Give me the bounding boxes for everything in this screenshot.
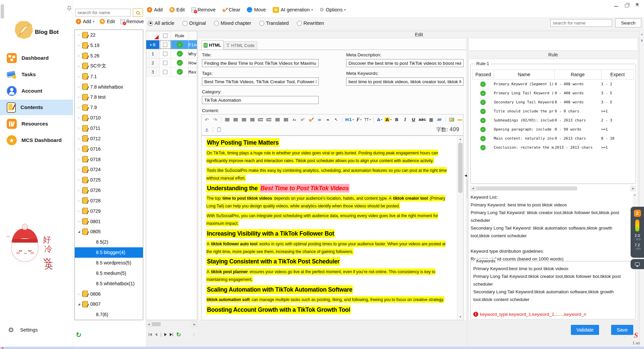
keywords-text[interactable]: Primary Keyword:best time to post tiktok… bbox=[473, 265, 634, 303]
expander-icon[interactable]: ▷ bbox=[77, 54, 81, 57]
options-button[interactable]: ⚙ Options ▾ bbox=[320, 7, 346, 13]
expander-icon[interactable]: ▷ bbox=[77, 106, 81, 109]
rule-row[interactable]: ✓Secondary Long Tail Keyword (...0 - 408… bbox=[472, 98, 634, 107]
tree-item[interactable]: ▷7.1 bbox=[75, 71, 143, 82]
rule-collapse-icon[interactable]: » bbox=[636, 1, 638, 6]
next-page-button[interactable] bbox=[164, 333, 167, 336]
row-checkbox-cell[interactable] bbox=[160, 40, 171, 49]
filter-radio-rewritten[interactable]: Rewritten bbox=[297, 20, 324, 26]
highlight-color-button[interactable]: A▾ bbox=[384, 116, 392, 123]
tree-item[interactable]: 8.5 blogger(4) bbox=[75, 247, 143, 258]
scroll-right-icon[interactable]: ▶ bbox=[631, 186, 636, 191]
expander-icon[interactable]: ▷ bbox=[77, 158, 81, 161]
tree-search-input[interactable] bbox=[75, 9, 131, 16]
tree-item[interactable]: ▷22 bbox=[75, 30, 143, 40]
article-table-hscrollbar[interactable]: ◀ ▶ bbox=[146, 321, 197, 327]
tree-item[interactable]: ▷0725 bbox=[75, 175, 143, 185]
tree-item[interactable]: ▷0712 bbox=[75, 133, 143, 144]
anchor-button[interactable]: ⚓ bbox=[203, 126, 211, 134]
tree-item[interactable]: 8.5(2) bbox=[75, 237, 143, 247]
article-row[interactable]: 1✓Why bbox=[146, 49, 197, 58]
checkbox-icon[interactable] bbox=[163, 52, 167, 56]
tree-item[interactable]: 8.5 wordpress(5) bbox=[75, 258, 143, 268]
expander-icon[interactable]: ▷ bbox=[77, 168, 81, 171]
expander-icon[interactable]: ▷ bbox=[77, 220, 81, 223]
article-row[interactable]: 2✓How bbox=[146, 58, 197, 67]
tree-edit-button[interactable]: ✎ Edit bbox=[100, 19, 115, 24]
tree-search-button[interactable] bbox=[133, 8, 143, 17]
insert-link-button[interactable]: ∞ bbox=[316, 116, 323, 123]
save-button[interactable]: Save bbox=[611, 325, 633, 335]
meta-description-input[interactable] bbox=[346, 59, 464, 67]
meta-keywords-input[interactable] bbox=[346, 78, 464, 86]
expander-icon[interactable]: ▷ bbox=[77, 209, 81, 213]
tree-item[interactable]: ▷0711 bbox=[75, 123, 143, 134]
tree-item[interactable]: ▷0728 bbox=[75, 196, 143, 206]
ime-grip-icon[interactable]: ⋯ bbox=[623, 335, 627, 338]
sidebar-item-dashboard[interactable]: Dashboard bbox=[0, 50, 73, 66]
article-search-input[interactable] bbox=[550, 19, 612, 27]
content-scrollbar[interactable]: ▲ ▼ bbox=[457, 136, 463, 319]
superscript-button[interactable]: x² bbox=[299, 116, 307, 123]
select-all-cell[interactable] bbox=[160, 31, 171, 40]
tree-item[interactable]: ▷7.9 bbox=[75, 102, 143, 113]
scroll-up-icon[interactable]: ▲ bbox=[457, 136, 464, 142]
paste-button[interactable] bbox=[215, 126, 223, 134]
expander-icon[interactable]: ▷ bbox=[77, 127, 81, 130]
tree-item[interactable]: ▷0716 bbox=[75, 144, 143, 154]
tree-item[interactable]: ▷0710 bbox=[75, 113, 143, 123]
tab-html[interactable]: HTML bbox=[201, 40, 223, 50]
remove-link-button[interactable]: ∞ bbox=[324, 116, 332, 123]
bold-button[interactable]: B bbox=[393, 116, 400, 123]
tree-item[interactable]: ▷0724 bbox=[75, 164, 143, 175]
checkbox-icon[interactable] bbox=[163, 34, 167, 38]
article-row[interactable]: ▶0✓Find bbox=[146, 40, 197, 49]
checkbox-icon[interactable] bbox=[163, 61, 167, 65]
caret-down-icon[interactable]: ∨ bbox=[640, 38, 644, 43]
title-input[interactable] bbox=[202, 59, 319, 67]
align-right-button[interactable] bbox=[240, 116, 248, 123]
minimize-icon[interactable] bbox=[614, 6, 618, 7]
scroll-left-icon[interactable]: ◀ bbox=[146, 321, 151, 327]
tree-refresh-icon[interactable]: ↻ bbox=[76, 331, 82, 339]
expander-icon[interactable]: ▷ bbox=[77, 64, 81, 68]
row-checkbox-cell[interactable] bbox=[160, 67, 171, 76]
outdent-button[interactable] bbox=[282, 116, 290, 123]
expander-icon[interactable]: ▷ bbox=[77, 189, 81, 192]
tree-item[interactable]: ▷0726 bbox=[75, 185, 143, 196]
tree-item[interactable]: ◢0805 bbox=[75, 227, 143, 237]
expander-icon[interactable]: ▷ bbox=[77, 116, 81, 119]
heading-button[interactable]: H1▾ bbox=[344, 116, 355, 123]
net-widget-monitor[interactable] bbox=[631, 259, 644, 269]
insert-image-button[interactable] bbox=[448, 116, 455, 123]
pin-icon[interactable] bbox=[67, 6, 71, 11]
tree-add-button[interactable]: + Add ▾ bbox=[76, 19, 94, 24]
expander-icon[interactable]: ▷ bbox=[77, 95, 81, 99]
prev-page-button[interactable] bbox=[155, 333, 157, 336]
eraser-button[interactable] bbox=[436, 116, 443, 123]
expander-icon[interactable]: ▷ bbox=[77, 178, 81, 182]
row-checkbox-cell[interactable] bbox=[160, 58, 171, 67]
sidebar-item-tasks[interactable]: Tasks bbox=[0, 67, 73, 82]
ai-generation-button[interactable]: Ai AI generation ▾ bbox=[273, 7, 313, 13]
tree-item[interactable]: ▷0729 bbox=[75, 206, 143, 216]
scrollbar-thumb[interactable] bbox=[458, 143, 463, 193]
align-center-button[interactable] bbox=[232, 116, 239, 123]
scrollbar-thumb[interactable] bbox=[152, 322, 161, 326]
tree-item[interactable]: 8.5 medium(5) bbox=[75, 268, 143, 278]
expander-icon[interactable]: ▷ bbox=[77, 199, 81, 202]
rule-row[interactable]: ✓Primary Long Tail Keyword (Se...0 - 408… bbox=[472, 89, 634, 98]
checkbox-icon[interactable] bbox=[163, 70, 167, 74]
subscript-button[interactable]: x₂ bbox=[290, 116, 298, 123]
clear-button[interactable]: Clear bbox=[222, 7, 240, 12]
rule-row[interactable]: ✓Opening paragraph: include on...0 - 99 … bbox=[472, 125, 634, 134]
expander-icon[interactable]: ▷ bbox=[77, 137, 81, 140]
font-family-button[interactable]: F▾ bbox=[355, 116, 363, 123]
scroll-down-icon[interactable]: ▼ bbox=[457, 314, 464, 319]
scroll-left-icon[interactable]: ◀ bbox=[470, 186, 476, 191]
scrollbar-thumb[interactable] bbox=[476, 187, 577, 190]
align-justify-button[interactable] bbox=[249, 116, 256, 123]
scroll-up-icon[interactable]: ▲ bbox=[633, 193, 637, 197]
tree-remove-button[interactable]: Remove bbox=[120, 19, 144, 24]
add-article-button[interactable]: + Add bbox=[147, 7, 163, 12]
